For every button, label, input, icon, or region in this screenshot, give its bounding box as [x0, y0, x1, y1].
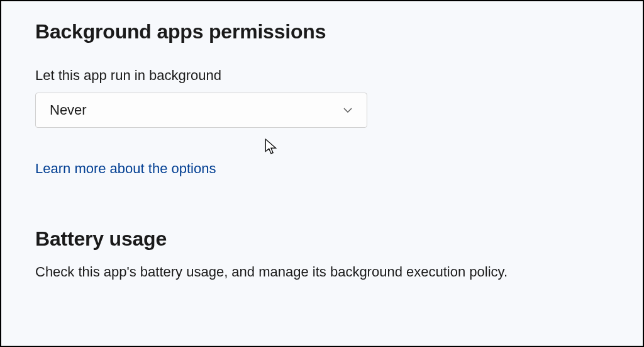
dropdown-selected-value: Never: [50, 102, 87, 118]
run-in-background-dropdown[interactable]: Never: [35, 93, 367, 128]
mouse-cursor: [265, 139, 279, 159]
background-apps-heading: Background apps permissions: [35, 20, 609, 43]
battery-usage-heading: Battery usage: [35, 227, 609, 251]
run-in-background-label: Let this app run in background: [35, 67, 609, 84]
learn-more-link[interactable]: Learn more about the options: [35, 161, 216, 177]
battery-usage-description: Check this app's battery usage, and mana…: [35, 262, 589, 282]
chevron-down-icon: [343, 105, 353, 115]
